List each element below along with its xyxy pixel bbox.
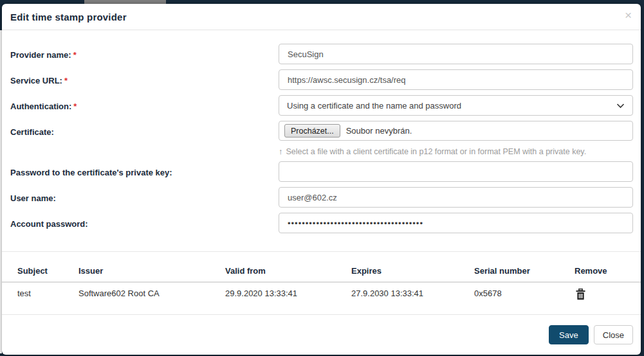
service-url-input[interactable]: [279, 69, 633, 90]
required-asterisk: *: [64, 76, 68, 85]
table-row: test Software602 Root CA 29.9.2020 13:33…: [2, 283, 641, 308]
browse-button[interactable]: Procházet...: [284, 124, 340, 138]
form-row-service-url: Service URL:*: [10, 69, 633, 90]
trash-icon: [576, 289, 585, 300]
dialog-header: Edit time stamp provider ×: [2, 4, 641, 30]
certificate-helper-label: Select a file with a client certificate …: [286, 147, 587, 156]
user-name-label: User name:: [10, 193, 56, 203]
cert-password-input[interactable]: [279, 161, 633, 182]
close-button[interactable]: Close: [594, 325, 633, 344]
form-row-certificate: Certificate: Procházet... Soubor nevybrá…: [10, 121, 633, 156]
column-header-issuer: Issuer: [78, 266, 225, 276]
certificates-table: Subject Issuer Valid from Expires Serial…: [2, 251, 641, 314]
save-button[interactable]: Save: [549, 325, 589, 344]
authentication-label: Authentication:: [10, 102, 71, 111]
dialog-footer: Save Close: [2, 314, 641, 355]
up-arrow-icon: ↑: [279, 147, 283, 156]
cell-issuer: Software602 Root CA: [78, 289, 225, 302]
account-password-label: Account password:: [10, 219, 88, 229]
chevron-down-icon: [616, 103, 625, 109]
form-row-account-password: Account password:: [10, 213, 633, 233]
column-header-expires: Expires: [351, 266, 474, 276]
service-url-label: Service URL:: [10, 76, 62, 85]
authentication-selected-value: Using a certificate and the name and pas…: [287, 101, 616, 111]
form-row-user-name: User name:: [10, 187, 633, 208]
column-header-valid-from: Valid from: [225, 266, 351, 276]
user-name-input[interactable]: [279, 187, 633, 208]
cell-expires: 27.9.2030 13:33:41: [351, 289, 474, 302]
form-row-provider-name: Provider name:*: [10, 44, 633, 64]
form-row-authentication: Authentication:* Using a certificate and…: [10, 95, 633, 116]
cell-serial-number: 0x5678: [474, 289, 575, 302]
certificate-label: Certificate:: [10, 127, 54, 137]
dialog-form: Provider name:* Service URL:* Authentica…: [2, 30, 641, 238]
certificate-helper-text: ↑ Select a file with a client certificat…: [279, 147, 633, 156]
close-icon[interactable]: ×: [625, 9, 632, 21]
remove-certificate-button[interactable]: [576, 289, 585, 300]
required-asterisk: *: [73, 102, 77, 111]
required-asterisk: *: [73, 50, 77, 60]
dialog-title: Edit time stamp provider: [10, 12, 127, 22]
file-status-text: Soubor nevybrán.: [346, 126, 412, 136]
column-header-remove: Remove: [575, 266, 633, 276]
form-row-cert-password: Password to the certificate's private ke…: [10, 161, 633, 182]
edit-timestamp-provider-dialog: Edit time stamp provider × Provider name…: [2, 4, 641, 355]
account-password-input[interactable]: [279, 213, 633, 233]
column-header-serial-number: Serial number: [474, 266, 575, 276]
cell-valid-from: 29.9.2020 13:33:41: [225, 289, 351, 302]
authentication-select[interactable]: Using a certificate and the name and pas…: [279, 95, 633, 116]
cert-password-label: Password to the certificate's private ke…: [10, 168, 172, 177]
certificate-file-input[interactable]: Procházet... Soubor nevybrán.: [279, 121, 633, 141]
column-header-subject: Subject: [17, 266, 78, 276]
cell-subject: test: [17, 289, 78, 302]
provider-name-input[interactable]: [279, 44, 633, 64]
certificates-table-header: Subject Issuer Valid from Expires Serial…: [2, 252, 641, 283]
provider-name-label: Provider name:: [10, 50, 71, 60]
